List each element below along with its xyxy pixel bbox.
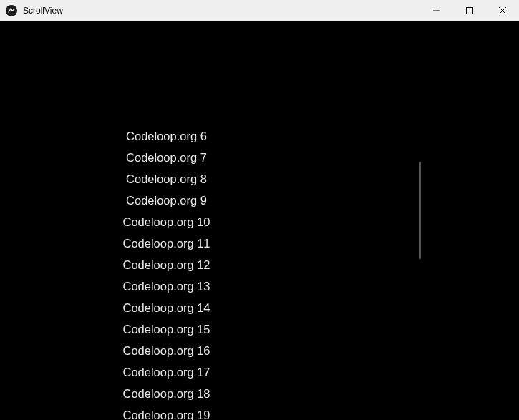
list-item[interactable]: Codeloop.org 7 [126,147,207,168]
list-item[interactable]: Codeloop.org 14 [122,297,210,318]
list-item[interactable]: Codeloop.org 15 [122,318,210,340]
list-item[interactable]: Codeloop.org 6 [126,125,207,147]
content-area: Codeloop.org 6Codeloop.org 7Codeloop.org… [0,21,519,420]
list-item[interactable]: Codeloop.org 8 [126,168,207,190]
minimize-button[interactable] [420,0,453,21]
window-controls [420,0,519,21]
titlebar: ScrollView [0,0,519,21]
list-item[interactable]: Codeloop.org 13 [122,275,210,297]
list-item[interactable]: Codeloop.org 9 [126,190,207,211]
list: Codeloop.org 6Codeloop.org 7Codeloop.org… [122,125,210,420]
list-item[interactable]: Codeloop.org 12 [122,254,210,275]
close-button[interactable] [486,0,519,21]
app-icon [6,5,17,16]
list-item[interactable]: Codeloop.org 10 [122,211,210,233]
list-item[interactable]: Codeloop.org 18 [122,383,210,404]
list-item[interactable]: Codeloop.org 16 [122,340,210,361]
list-item[interactable]: Codeloop.org 11 [122,233,210,254]
window-title: ScrollView [23,6,63,16]
list-item[interactable]: Codeloop.org 19 [122,404,210,420]
scrollbar[interactable] [419,162,421,259]
svg-rect-1 [467,8,473,14]
maximize-button[interactable] [453,0,486,21]
window: ScrollView Codeloop.org 6Codeloop.org 7C… [0,0,519,420]
scrollview[interactable]: Codeloop.org 6Codeloop.org 7Codeloop.org… [0,21,519,420]
list-item[interactable]: Codeloop.org 17 [122,361,210,383]
